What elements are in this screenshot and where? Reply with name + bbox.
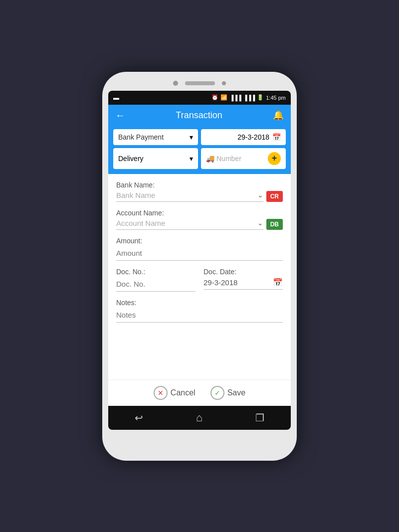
toolbar-row-2: Delivery ▾ 🚚 Number + — [113, 148, 286, 169]
doc-calendar-icon: 📅 — [273, 278, 283, 287]
nav-recent-icon[interactable]: ❐ — [255, 412, 264, 424]
doc-date-label: Doc. Date: — [203, 268, 283, 276]
phone-shell: ▬ ⏰ 📶 ▐▐▐ ▐▐▐ 🔋 1:45 pm ← Transaction 🔔 … — [102, 72, 297, 461]
signal1-icon: ▐▐▐ — [229, 95, 241, 101]
phone-sensor — [222, 81, 226, 85]
delivery-dropdown[interactable]: Delivery ▾ — [113, 148, 198, 169]
payment-dropdown-icon: ▾ — [190, 133, 193, 141]
status-left: ▬ — [113, 94, 119, 101]
app-header: ← Transaction 🔔 — [108, 105, 291, 126]
doc-date-value: 29-3-2018 — [203, 278, 237, 287]
cr-badge: CR — [266, 191, 283, 202]
account-name-label: Account Name: — [116, 209, 283, 217]
account-name-dropdown[interactable]: Account Name ⌄ — [116, 219, 263, 230]
date-picker[interactable]: 29-3-2018 📅 — [201, 129, 286, 145]
bank-name-chevron: ⌄ — [257, 191, 263, 199]
signal2-icon: ▐▐▐ — [243, 95, 255, 101]
alarm-icon: ⏰ — [211, 94, 218, 101]
toolbar: Bank Payment ▾ 29-3-2018 📅 Delivery ▾ 🚚 — [108, 126, 291, 174]
payment-type-value: Bank Payment — [118, 133, 164, 141]
save-icon: ✓ — [210, 386, 224, 400]
calendar-icon: 📅 — [272, 133, 281, 141]
bank-name-value: Bank Name — [116, 191, 155, 199]
doc-no-col: Doc. No.: — [116, 268, 196, 292]
amount-label: Amount: — [116, 237, 283, 245]
payment-type-dropdown[interactable]: Bank Payment ▾ — [113, 129, 198, 145]
doc-row: Doc. No.: Doc. Date: 29-3-2018 📅 — [116, 268, 283, 292]
account-name-value: Account Name — [116, 219, 165, 227]
wifi-icon: 📶 — [220, 94, 227, 101]
number-field[interactable]: 🚚 Number + — [201, 148, 286, 169]
account-name-section: Account Name: Account Name ⌄ DB — [116, 209, 283, 230]
amount-section: Amount: — [116, 237, 283, 261]
amount-input[interactable] — [116, 247, 283, 261]
cancel-label: Cancel — [171, 388, 196, 397]
cancel-button[interactable]: ✕ Cancel — [154, 386, 196, 400]
bell-icon[interactable]: 🔔 — [273, 110, 284, 121]
action-bar: ✕ Cancel ✓ Save — [108, 379, 291, 406]
doc-no-label: Doc. No.: — [116, 268, 196, 276]
bank-name-dropdown[interactable]: Bank Name ⌄ — [116, 191, 263, 202]
delivery-label: Delivery — [118, 155, 144, 163]
nav-home-icon[interactable]: ⌂ — [196, 411, 202, 424]
notes-label: Notes: — [116, 299, 283, 307]
page-title: Transaction — [176, 110, 222, 121]
phone-top — [108, 81, 291, 86]
save-button[interactable]: ✓ Save — [210, 386, 245, 400]
phone-camera — [173, 81, 178, 86]
date-value: 29-3-2018 — [237, 133, 269, 141]
account-name-chevron: ⌄ — [257, 219, 263, 227]
back-button[interactable]: ← — [115, 110, 125, 121]
add-button[interactable]: + — [268, 152, 281, 165]
phone-screen: ▬ ⏰ 📶 ▐▐▐ ▐▐▐ 🔋 1:45 pm ← Transaction 🔔 … — [108, 91, 291, 430]
notes-input[interactable] — [116, 309, 283, 323]
number-placeholder: Number — [216, 155, 268, 163]
truck-icon: 🚚 — [206, 155, 214, 163]
toolbar-row-1: Bank Payment ▾ 29-3-2018 📅 — [113, 129, 286, 145]
status-bar: ▬ ⏰ 📶 ▐▐▐ ▐▐▐ 🔋 1:45 pm — [108, 91, 291, 105]
time-display: 1:45 pm — [266, 95, 286, 101]
nav-bar: ↩ ⌂ ❐ — [108, 406, 291, 430]
save-label: Save — [227, 388, 245, 397]
notes-section: Notes: — [116, 299, 283, 323]
form-content: Bank Name: Bank Name ⌄ CR Account Name: … — [108, 174, 291, 379]
bank-name-row: Bank Name ⌄ CR — [116, 191, 283, 202]
status-right: ⏰ 📶 ▐▐▐ ▐▐▐ 🔋 1:45 pm — [211, 94, 286, 101]
cancel-icon: ✕ — [154, 386, 168, 400]
doc-date-col: Doc. Date: 29-3-2018 📅 — [203, 268, 283, 292]
phone-speaker — [185, 81, 215, 85]
screen-icon: ▬ — [113, 94, 119, 101]
nav-back-icon[interactable]: ↩ — [135, 412, 143, 424]
db-badge: DB — [266, 219, 283, 230]
account-name-row: Account Name ⌄ DB — [116, 219, 283, 230]
bank-name-label: Bank Name: — [116, 181, 283, 189]
doc-date-picker[interactable]: 29-3-2018 📅 — [203, 278, 283, 290]
battery-icon: 🔋 — [257, 94, 264, 101]
bank-name-section: Bank Name: Bank Name ⌄ CR — [116, 181, 283, 202]
doc-no-input[interactable] — [116, 278, 196, 292]
delivery-dropdown-icon: ▾ — [190, 155, 193, 163]
